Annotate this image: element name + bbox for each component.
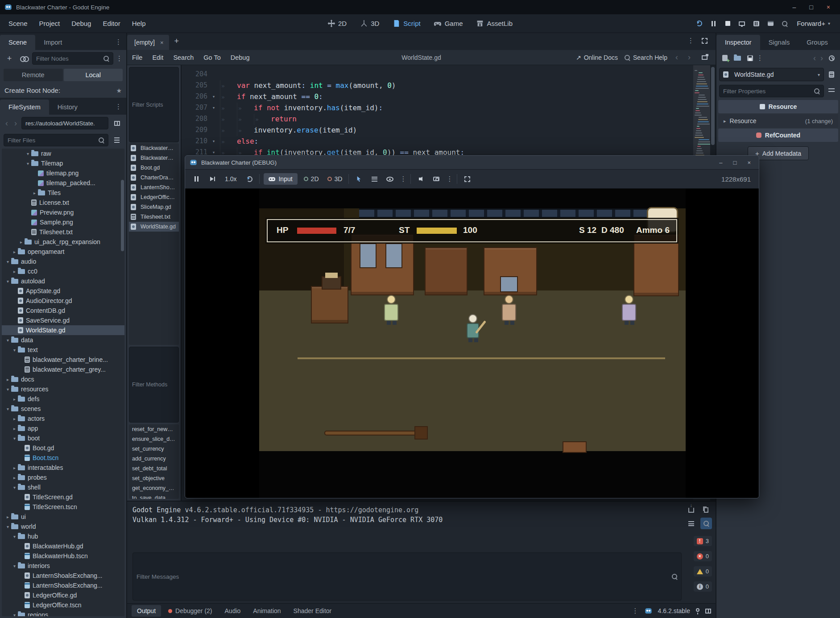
file-tree-item-autoload[interactable]: ▾autoload (2, 276, 124, 286)
instance-scene-button[interactable] (18, 53, 29, 64)
script-item-tilesheet-txt[interactable]: Tilesheet.txt (129, 212, 179, 222)
filter-properties-input[interactable] (723, 88, 811, 95)
tree-arrow-icon[interactable]: ▾ (25, 161, 31, 166)
tree-arrow-icon[interactable]: ▸ (11, 249, 18, 254)
tree-arrow-icon[interactable]: ▾ (4, 524, 11, 529)
float-panel-icon[interactable] (699, 52, 710, 63)
bottom-tab-animation[interactable]: Animation (248, 605, 286, 617)
current-path[interactable]: res://autoload/WorldState. (21, 117, 108, 129)
bottom-tab-shader-editor[interactable]: Shader Editor (288, 605, 337, 617)
file-tree-item-world[interactable]: ▾world (2, 522, 124, 531)
scene-tree-menu-icon[interactable]: ⋮ (116, 54, 123, 62)
save-log-icon[interactable] (685, 504, 697, 516)
script-menu-go-to[interactable]: Go To (199, 54, 225, 61)
fs-back-icon[interactable]: ‹ (4, 119, 10, 128)
script-item-lanternshoalsexchan[interactable]: LanternShoalsExchan... (129, 182, 179, 192)
script-menu-edit[interactable]: Edit (147, 54, 168, 61)
file-tree-item-docs[interactable]: ▸docs (2, 374, 124, 384)
file-tree-item-boot-tscn[interactable]: Boot.tscn (2, 453, 124, 463)
file-tree-scrollbar[interactable] (121, 180, 124, 251)
audio-mute-icon[interactable] (415, 173, 426, 185)
game-window-titlebar[interactable]: Blackwater Charter (DEBUG) – □ × (185, 156, 759, 169)
search-help-button[interactable]: Search Help (624, 54, 667, 61)
expand-panel-icon[interactable] (705, 609, 711, 614)
favorite-icon[interactable]: ★ (116, 87, 122, 94)
split-view-icon[interactable] (111, 117, 123, 129)
inspector-forward-icon[interactable]: › (819, 54, 825, 63)
tree-arrow-icon[interactable]: ▾ (11, 564, 18, 568)
file-tree-item-blackwaterhub-gd[interactable]: BlackwaterHub.gd (2, 541, 124, 551)
tree-arrow-icon[interactable]: ▾ (4, 279, 11, 284)
tab-signals[interactable]: Signals (760, 35, 799, 50)
script-history-back-icon[interactable]: ‹ (674, 53, 680, 62)
add-node-button[interactable]: + (4, 53, 15, 64)
select-list-icon[interactable] (368, 173, 380, 185)
menu-editor[interactable]: Editor (97, 17, 126, 30)
menu-debug[interactable]: Debug (66, 17, 97, 30)
script-menu-file[interactable]: File (127, 54, 147, 61)
tab-scene[interactable]: Scene (0, 35, 35, 50)
bottom-tab-output[interactable]: Output (132, 605, 161, 617)
game-debug-window[interactable]: Blackwater Charter (DEBUG) – □ × 1.0x In… (185, 155, 759, 498)
file-tree-item-text[interactable]: ▾text (2, 345, 124, 355)
workspace-assetlib[interactable]: AssetLib (476, 20, 513, 27)
file-tree-item-tilesheet-txt[interactable]: Tilesheet.txt (2, 227, 124, 237)
file-tree-item-preview-png[interactable]: Preview.png (2, 207, 124, 217)
copy-log-icon[interactable] (700, 504, 712, 516)
file-tree-item-worldstate-gd[interactable]: WorldState.gd (2, 325, 124, 335)
file-tree-item-appstate-gd[interactable]: AppState.gd (2, 286, 124, 296)
filter-files-input[interactable] (8, 137, 95, 144)
file-tree-item-interactables[interactable]: ▸interactables (2, 463, 124, 473)
script-menu-debug[interactable]: Debug (226, 54, 255, 61)
camera-options-icon[interactable]: ⋮ (400, 175, 406, 183)
method-item-get-economy-sn[interactable]: get_economy_sn... (129, 483, 179, 493)
tree-arrow-icon[interactable]: ▸ (31, 191, 38, 195)
save-resource-icon[interactable] (744, 52, 756, 64)
new-tab-button[interactable]: + (169, 37, 185, 50)
filter-methods-input[interactable] (132, 382, 176, 388)
file-tree-item-cc0[interactable]: ▸cc0 (2, 266, 124, 276)
bottom-panel-menu-icon[interactable]: ⋮ (632, 607, 639, 615)
tree-arrow-icon[interactable]: ▾ (11, 534, 18, 539)
property-tools-icon[interactable] (826, 85, 837, 97)
game-viewport[interactable]: HP 7/7 ST 100 S 12 D 480 Ammo 6 (185, 189, 759, 498)
movie-maker-icon[interactable] (750, 18, 762, 29)
close-button[interactable]: × (827, 4, 830, 11)
tab-inspector[interactable]: Inspector (716, 35, 760, 50)
tab-groups[interactable]: Groups (798, 35, 836, 50)
sort-files-icon[interactable] (111, 134, 123, 146)
tree-arrow-icon[interactable]: ▸ (11, 475, 18, 480)
local-toggle[interactable]: Local (64, 69, 123, 81)
file-tree-item-sample-png[interactable]: Sample.png (2, 217, 124, 227)
tree-arrow-icon[interactable]: ▾ (25, 151, 31, 156)
workspace-2d[interactable]: 2D (327, 20, 347, 27)
resource-menu-icon[interactable]: ⋮ (757, 54, 763, 62)
filter-messages-input[interactable] (137, 573, 669, 580)
tree-arrow-icon[interactable]: ▸ (11, 397, 18, 402)
game-clip-icon[interactable] (765, 18, 776, 29)
file-tree-item-probes[interactable]: ▸probes (2, 473, 124, 482)
next-frame-icon[interactable] (206, 173, 218, 185)
method-item-add-currency[interactable]: add_currency (129, 454, 179, 464)
filter-warning-badge[interactable]: 0 (694, 566, 712, 577)
online-docs-button[interactable]: ↗Online Docs (576, 54, 618, 61)
category-refcounted[interactable]: RefCounted (718, 129, 838, 142)
filter-scripts-input[interactable] (132, 102, 176, 108)
fullscreen-icon[interactable] (461, 173, 473, 185)
file-tree-item-titlescreen-tscn[interactable]: TitleScreen.tscn (2, 502, 124, 512)
menu-help[interactable]: Help (126, 17, 152, 30)
script-item-ledgeroffice-gd[interactable]: LedgerOffice.gd (129, 192, 179, 202)
file-tree-item-license-txt[interactable]: License.txt (2, 198, 124, 207)
tab-filesystem[interactable]: FileSystem (0, 100, 49, 115)
fold-icon[interactable]: ▾ (207, 136, 220, 147)
file-tree-item-tilemap[interactable]: ▾Tilemap (2, 158, 124, 168)
restart-scene-icon[interactable] (693, 18, 705, 29)
script-item-blackwaterhub-gd[interactable]: BlackwaterHub.gd (129, 143, 179, 153)
remote-deploy-icon[interactable] (736, 18, 748, 29)
file-tree-item-actors[interactable]: ▸actors (2, 414, 124, 423)
game-maximize-button[interactable]: □ (733, 159, 737, 166)
file-tree-item-lanternshoalsexchang[interactable]: LanternShoalsExchang... (2, 571, 124, 581)
section-resource[interactable]: ▸ Resource (1 change) (718, 114, 838, 128)
script-item-blackwatermission-gd[interactable]: BlackwaterMission.gd (129, 153, 179, 163)
stop-scene-icon[interactable] (722, 18, 733, 29)
